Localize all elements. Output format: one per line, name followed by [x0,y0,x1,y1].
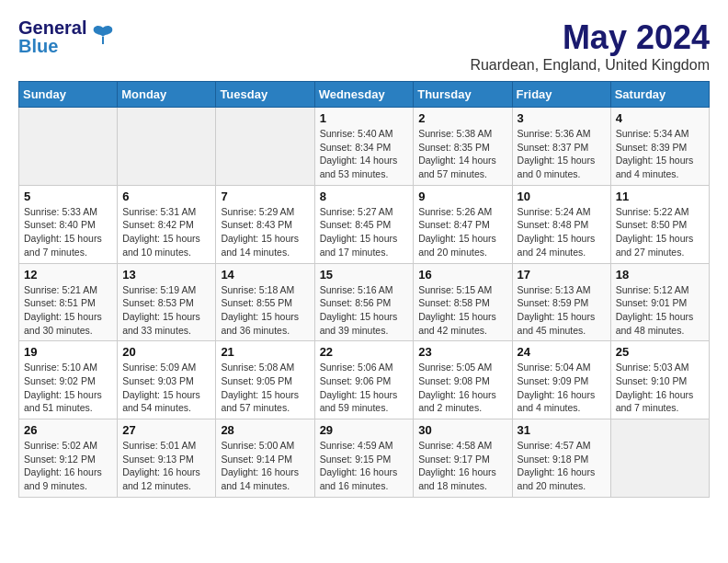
calendar-cell: 26Sunrise: 5:02 AMSunset: 9:12 PMDayligh… [19,419,118,498]
logo-blue: Blue [18,37,86,55]
day-number: 14 [221,268,309,282]
weekday-header-wednesday: Wednesday [314,82,414,108]
day-info: Sunrise: 5:29 AMSunset: 8:43 PMDaylight:… [221,205,309,259]
day-info: Sunrise: 5:26 AMSunset: 8:47 PMDaylight:… [418,205,506,259]
day-info: Sunrise: 5:02 AMSunset: 9:12 PMDaylight:… [24,439,112,493]
day-number: 27 [122,423,210,437]
day-info: Sunrise: 5:19 AMSunset: 8:53 PMDaylight:… [122,283,210,338]
day-number: 3 [518,111,606,125]
calendar-cell: 8Sunrise: 5:27 AMSunset: 8:45 PMDaylight… [314,185,414,263]
calendar-cell: 22Sunrise: 5:06 AMSunset: 9:06 PMDayligh… [314,341,414,419]
logo-bird-icon [90,22,116,48]
day-number: 5 [24,190,112,203]
weekday-header-monday: Monday [118,82,216,108]
page-header: General Blue May 2024 Ruardean, England,… [18,18,710,74]
weekday-header-saturday: Saturday [610,82,709,108]
day-info: Sunrise: 5:24 AMSunset: 8:48 PMDaylight:… [518,205,606,259]
day-number: 15 [320,268,409,282]
calendar-cell: 30Sunrise: 4:58 AMSunset: 9:17 PMDayligh… [414,419,512,498]
day-number: 22 [320,345,409,359]
day-info: Sunrise: 5:31 AMSunset: 8:42 PMDaylight:… [122,205,210,259]
calendar-cell: 17Sunrise: 5:13 AMSunset: 8:59 PMDayligh… [512,263,610,341]
calendar-cell: 25Sunrise: 5:03 AMSunset: 9:10 PMDayligh… [610,341,709,419]
day-number: 19 [24,345,112,359]
day-info: Sunrise: 5:38 AMSunset: 8:35 PMDaylight:… [418,127,506,181]
calendar-cell: 10Sunrise: 5:24 AMSunset: 8:48 PMDayligh… [512,185,610,263]
day-info: Sunrise: 5:21 AMSunset: 8:51 PMDaylight:… [24,283,112,338]
calendar-cell [216,108,314,186]
calendar-cell: 6Sunrise: 5:31 AMSunset: 8:42 PMDaylight… [118,185,216,263]
day-info: Sunrise: 5:01 AMSunset: 9:13 PMDaylight:… [122,439,210,493]
day-number: 30 [418,423,506,437]
calendar-cell: 24Sunrise: 5:04 AMSunset: 9:09 PMDayligh… [512,341,610,419]
day-number: 13 [122,268,210,282]
month-title: May 2024 [470,18,710,57]
calendar-table: SundayMondayTuesdayWednesdayThursdayFrid… [18,81,710,498]
day-number: 25 [616,345,704,359]
day-number: 10 [518,190,606,203]
calendar-week-row: 12Sunrise: 5:21 AMSunset: 8:51 PMDayligh… [19,263,710,341]
calendar-cell: 13Sunrise: 5:19 AMSunset: 8:53 PMDayligh… [118,263,216,341]
day-number: 9 [418,190,506,203]
day-info: Sunrise: 5:16 AMSunset: 8:56 PMDaylight:… [320,283,409,338]
day-number: 29 [320,423,409,437]
calendar-cell [19,108,118,186]
calendar-cell: 15Sunrise: 5:16 AMSunset: 8:56 PMDayligh… [314,263,414,341]
day-info: Sunrise: 4:57 AMSunset: 9:18 PMDaylight:… [518,439,606,493]
day-number: 1 [320,111,409,125]
day-info: Sunrise: 5:10 AMSunset: 9:02 PMDaylight:… [24,361,112,415]
day-number: 2 [418,111,506,125]
calendar-cell: 9Sunrise: 5:26 AMSunset: 8:47 PMDaylight… [414,185,512,263]
day-number: 24 [518,345,606,359]
calendar-week-row: 1Sunrise: 5:40 AMSunset: 8:34 PMDaylight… [19,108,710,186]
day-info: Sunrise: 5:22 AMSunset: 8:50 PMDaylight:… [616,205,704,259]
day-number: 7 [221,190,309,203]
weekday-header-friday: Friday [512,82,610,108]
location: Ruardean, England, United Kingdom [470,57,710,74]
calendar-cell: 29Sunrise: 4:59 AMSunset: 9:15 PMDayligh… [314,419,414,498]
calendar-cell: 1Sunrise: 5:40 AMSunset: 8:34 PMDaylight… [314,108,414,186]
day-number: 20 [122,345,210,359]
calendar-cell: 31Sunrise: 4:57 AMSunset: 9:18 PMDayligh… [512,419,610,498]
calendar-cell: 28Sunrise: 5:00 AMSunset: 9:14 PMDayligh… [216,419,314,498]
day-number: 6 [122,190,210,203]
calendar-cell: 19Sunrise: 5:10 AMSunset: 9:02 PMDayligh… [19,341,118,419]
day-info: Sunrise: 5:09 AMSunset: 9:03 PMDaylight:… [122,361,210,415]
calendar-cell [118,108,216,186]
calendar-cell: 2Sunrise: 5:38 AMSunset: 8:35 PMDaylight… [414,108,512,186]
day-number: 17 [518,268,606,282]
calendar-cell: 7Sunrise: 5:29 AMSunset: 8:43 PMDaylight… [216,185,314,263]
calendar-cell: 14Sunrise: 5:18 AMSunset: 8:55 PMDayligh… [216,263,314,341]
calendar-cell: 20Sunrise: 5:09 AMSunset: 9:03 PMDayligh… [118,341,216,419]
day-info: Sunrise: 5:15 AMSunset: 8:58 PMDaylight:… [418,283,506,338]
day-number: 8 [320,190,409,203]
calendar-cell: 12Sunrise: 5:21 AMSunset: 8:51 PMDayligh… [19,263,118,341]
logo: General Blue [18,18,116,55]
calendar-week-row: 19Sunrise: 5:10 AMSunset: 9:02 PMDayligh… [19,341,710,419]
calendar-cell: 3Sunrise: 5:36 AMSunset: 8:37 PMDaylight… [512,108,610,186]
calendar-cell: 11Sunrise: 5:22 AMSunset: 8:50 PMDayligh… [610,185,709,263]
day-info: Sunrise: 5:00 AMSunset: 9:14 PMDaylight:… [221,439,309,493]
day-info: Sunrise: 5:08 AMSunset: 9:05 PMDaylight:… [221,361,309,415]
day-number: 23 [418,345,506,359]
title-block: May 2024 Ruardean, England, United Kingd… [470,18,710,74]
day-number: 26 [24,423,112,437]
weekday-header-thursday: Thursday [414,82,512,108]
calendar-cell: 16Sunrise: 5:15 AMSunset: 8:58 PMDayligh… [414,263,512,341]
calendar-cell: 21Sunrise: 5:08 AMSunset: 9:05 PMDayligh… [216,341,314,419]
calendar-week-row: 5Sunrise: 5:33 AMSunset: 8:40 PMDaylight… [19,185,710,263]
day-info: Sunrise: 5:33 AMSunset: 8:40 PMDaylight:… [24,205,112,259]
day-info: Sunrise: 4:59 AMSunset: 9:15 PMDaylight:… [320,439,409,493]
day-number: 11 [616,190,704,203]
weekday-header-tuesday: Tuesday [216,82,314,108]
day-number: 21 [221,345,309,359]
calendar-cell: 18Sunrise: 5:12 AMSunset: 9:01 PMDayligh… [610,263,709,341]
day-number: 16 [418,268,506,282]
day-info: Sunrise: 5:03 AMSunset: 9:10 PMDaylight:… [616,361,704,415]
day-info: Sunrise: 5:36 AMSunset: 8:37 PMDaylight:… [518,127,606,181]
day-info: Sunrise: 5:18 AMSunset: 8:55 PMDaylight:… [221,283,309,338]
day-info: Sunrise: 5:34 AMSunset: 8:39 PMDaylight:… [616,127,704,181]
day-number: 31 [518,423,606,437]
weekday-header-row: SundayMondayTuesdayWednesdayThursdayFrid… [19,82,710,108]
calendar-cell: 5Sunrise: 5:33 AMSunset: 8:40 PMDaylight… [19,185,118,263]
